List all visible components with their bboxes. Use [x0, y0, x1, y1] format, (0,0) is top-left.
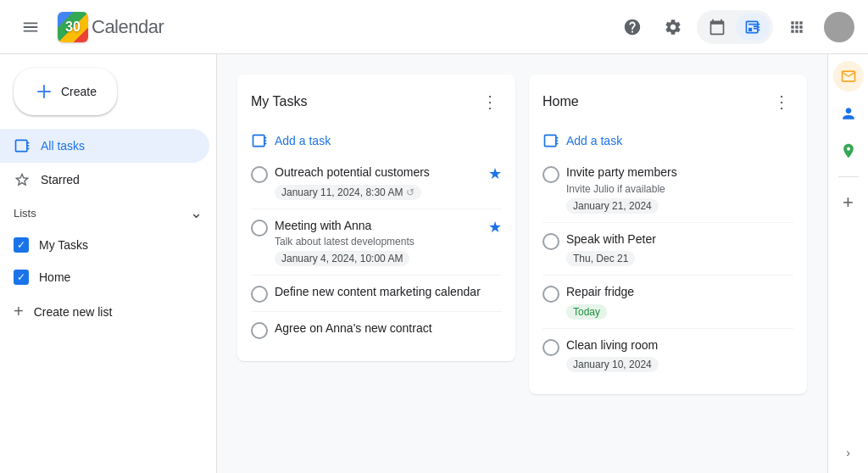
home-add-button[interactable]: Add a task	[542, 125, 622, 156]
sidebar-my-tasks-label: My Tasks	[39, 238, 88, 252]
create-button[interactable]: Create	[14, 68, 117, 115]
task-checkbox[interactable]	[251, 286, 268, 303]
task-date: January 11, 2024, 8:30 AM	[281, 186, 403, 198]
task-title: Repair fridge	[566, 284, 793, 301]
logo-box: 30	[58, 12, 88, 42]
help-button[interactable]	[615, 10, 649, 44]
sidebar: Create All tasks Starred Lists ⌄	[0, 54, 217, 473]
task-checkbox[interactable]	[542, 233, 559, 250]
sidebar-item-starred[interactable]: Starred	[0, 163, 209, 197]
create-plus-icon	[34, 81, 54, 102]
task-title: Invite party members	[566, 164, 793, 181]
task-item: Meeting with Anna Talk about latest deve…	[251, 209, 502, 276]
topbar-left: 30 Calendar	[14, 10, 164, 44]
add-list-plus-icon: +	[14, 302, 24, 321]
sidebar-list-home[interactable]: Home	[0, 261, 209, 293]
home-card: Home ⋮ Add a task Invite party members I…	[529, 75, 807, 394]
calendar-view-toggle[interactable]	[700, 14, 734, 41]
app-logo: 30 Calendar	[58, 12, 164, 42]
task-title: Clean living room	[566, 337, 793, 354]
menu-button[interactable]	[14, 10, 47, 44]
task-actions: ★	[488, 164, 502, 183]
task-date-chip: January 11, 2024, 8:30 AM ↺	[275, 185, 421, 200]
maps-panel-button[interactable]	[833, 136, 864, 166]
task-subtitle: Invite Julio if available	[566, 183, 793, 195]
my-tasks-header: My Tasks ⋮	[251, 88, 502, 115]
repeat-icon: ↺	[406, 186, 415, 198]
notification-panel-button[interactable]	[833, 61, 864, 92]
my-tasks-more-button[interactable]: ⋮	[478, 88, 502, 115]
task-date: January 10, 2024	[573, 359, 652, 370]
sidebar-all-tasks-label: All tasks	[41, 139, 85, 153]
lists-section-title: Lists	[14, 207, 36, 220]
sidebar-item-all-tasks[interactable]: All tasks	[0, 129, 209, 163]
lists-collapse-icon[interactable]: ⌄	[190, 203, 203, 222]
task-item: Define new content marketing calendar	[251, 275, 502, 312]
topbar-right	[615, 10, 854, 44]
task-checkbox[interactable]	[251, 166, 268, 183]
task-subtitle: Talk about latest developments	[275, 236, 478, 248]
task-item: Clean living room January 10, 2024	[542, 329, 793, 381]
home-card-header: Home ⋮	[542, 88, 793, 115]
panel-divider	[838, 176, 859, 177]
apps-button[interactable]	[780, 10, 814, 44]
app-title: Calendar	[92, 16, 164, 38]
add-panel-button[interactable]: +	[833, 187, 864, 218]
topbar: 30 Calendar	[0, 0, 868, 54]
task-title: Meeting with Anna	[275, 218, 478, 235]
star-icon[interactable]: ★	[488, 218, 502, 236]
task-title: Outreach potential customers	[275, 164, 478, 181]
task-title: Speak with Peter	[566, 231, 793, 248]
task-date-chip: January 21, 2024	[566, 198, 659, 214]
settings-button[interactable]	[656, 10, 690, 44]
task-content: Agree on Anna's new contract	[275, 320, 502, 337]
starred-icon	[14, 171, 31, 188]
sidebar-starred-label: Starred	[41, 173, 80, 186]
task-title: Define new content marketing calendar	[275, 284, 502, 301]
task-date-chip: January 10, 2024	[566, 357, 659, 372]
my-tasks-add-button[interactable]: Add a task	[251, 125, 331, 156]
task-date: Today	[573, 306, 600, 318]
avatar[interactable]	[824, 12, 854, 42]
task-checkbox[interactable]	[251, 220, 268, 236]
logo-number: 30	[65, 19, 81, 35]
task-content: Outreach potential customers January 11,…	[275, 164, 478, 200]
task-date: Thu, Dec 21	[573, 253, 628, 264]
task-content: Repair fridge Today	[566, 284, 793, 320]
my-tasks-add-label: Add a task	[275, 134, 331, 147]
main-content: My Tasks ⋮ Add a task Outreach potential…	[217, 54, 827, 473]
task-item: Agree on Anna's new contract	[251, 312, 502, 348]
task-checkbox[interactable]	[542, 339, 559, 356]
sidebar-list-my-tasks[interactable]: My Tasks	[0, 229, 209, 261]
task-checkbox[interactable]	[251, 322, 268, 339]
lists-section-header: Lists ⌄	[0, 197, 216, 229]
view-toggle-group	[697, 10, 773, 44]
task-actions: ★	[488, 218, 502, 236]
task-item: Speak with Peter Thu, Dec 21	[542, 223, 793, 276]
create-new-list-button[interactable]: + Create new list	[0, 293, 216, 330]
task-title: Agree on Anna's new contract	[275, 320, 502, 337]
task-checkbox[interactable]	[542, 286, 559, 303]
all-tasks-icon	[14, 137, 31, 154]
task-content: Clean living room January 10, 2024	[566, 337, 793, 373]
task-date: January 21, 2024	[573, 200, 652, 212]
tasks-view-toggle[interactable]	[736, 14, 770, 41]
task-date-chip-today: Today	[566, 304, 607, 320]
people-panel-button[interactable]	[833, 98, 864, 129]
task-item: Outreach potential customers January 11,…	[251, 156, 502, 209]
home-add-label: Add a task	[566, 134, 622, 147]
main-layout: Create All tasks Starred Lists ⌄	[0, 54, 868, 473]
right-panel: + ›	[827, 54, 868, 473]
sidebar-home-label: Home	[39, 270, 70, 284]
home-more-button[interactable]: ⋮	[770, 88, 793, 115]
task-content: Speak with Peter Thu, Dec 21	[566, 231, 793, 267]
task-content: Define new content marketing calendar	[275, 284, 502, 301]
task-item: Repair fridge Today	[542, 275, 793, 329]
task-date-chip: Thu, Dec 21	[566, 251, 635, 266]
panel-collapse-button[interactable]: ›	[839, 439, 857, 466]
task-checkbox[interactable]	[542, 166, 559, 183]
create-button-label: Create	[61, 85, 97, 98]
star-icon[interactable]: ★	[488, 164, 502, 183]
home-card-title: Home	[542, 94, 579, 109]
home-checkbox-icon	[14, 270, 29, 285]
